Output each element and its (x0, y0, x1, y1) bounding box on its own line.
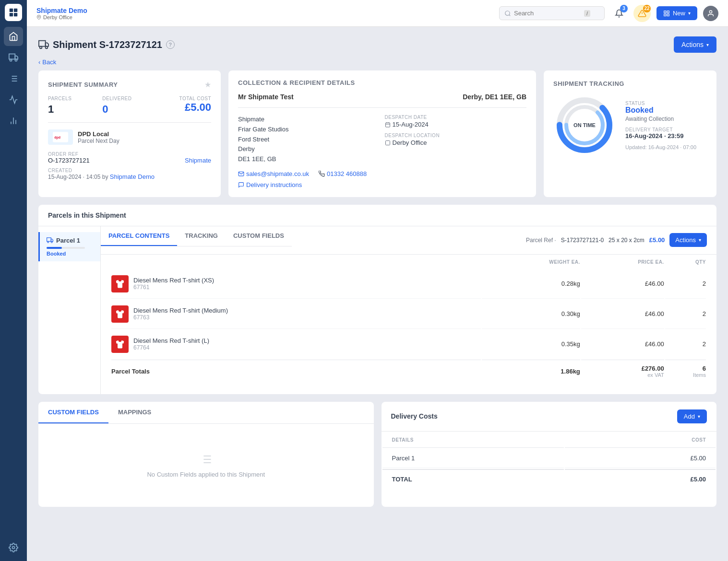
item-info: Diesel Mens Red T-shirt (Medium) 67763 (133, 307, 228, 321)
brand-office: Derby Office (36, 14, 87, 20)
search-box[interactable]: / (499, 6, 605, 20)
svg-rect-1 (14, 9, 17, 12)
order-ref-link[interactable]: Shipmate (185, 157, 211, 164)
cf-tab-custom-fields[interactable]: CUSTOM FIELDS (38, 402, 108, 423)
sidebar-bottom (4, 538, 23, 557)
svg-point-46 (51, 242, 52, 243)
cf-tab-mappings[interactable]: MAPPINGS (108, 402, 161, 423)
parcel-ref-label: Parcel Ref · (526, 237, 556, 244)
item-info: Diesel Mens Red T-shirt (XS) 67761 (133, 277, 214, 291)
search-input[interactable] (514, 10, 581, 17)
back-link[interactable]: ‹ Back (38, 58, 56, 66)
parcel-tabs: PARCEL CONTENTS TRACKING CUSTOM FIELDS (101, 226, 292, 246)
alerts-btn[interactable]: 22 (633, 5, 651, 22)
created-row: CREATED 15-Aug-2024 · 14:05 by Shipmate … (48, 168, 211, 180)
delivered-stat: DELIVERED 0 (102, 96, 156, 116)
tracking-body: ON TIME STATUS Booked Awaiting Collectio… (553, 94, 707, 156)
totals-price: £276.00 ex VAT (581, 360, 664, 384)
sidebar-item-orders[interactable] (4, 69, 23, 88)
parcel-ref-value: S-1723727121-0 (561, 237, 604, 244)
bottom-row: CUSTOM FIELDS MAPPINGS No Custom Fields … (38, 402, 716, 507)
svg-point-31 (46, 47, 48, 49)
sidebar-item-reports[interactable] (4, 90, 23, 109)
parcels-stat: PARCELS 1 (48, 96, 102, 116)
created-by-link[interactable]: Shipmate Demo (110, 173, 155, 180)
costs-total-value: £5.00 (565, 469, 716, 489)
svg-rect-23 (664, 11, 666, 12)
col-item (111, 256, 481, 269)
shipment-icon (38, 39, 49, 50)
item-cell: Diesel Mens Red T-shirt (Medium) 67763 (111, 305, 481, 323)
col-weight: WEIGHT EA. (482, 256, 580, 269)
svg-point-27 (709, 11, 712, 13)
email-link[interactable]: sales@shipmate.co.uk (238, 170, 309, 177)
brand-name: Shipmate Demo (36, 7, 87, 14)
svg-line-20 (509, 14, 511, 16)
calendar-icon (385, 122, 391, 128)
address-lines: Shipmate Friar Gate Studios Ford Street … (238, 115, 380, 164)
total-cost-stat: TOTAL COST £5.00 (157, 96, 211, 116)
parcel-dimensions: 25 x 20 x 2cm (609, 237, 644, 244)
donut-chart: ON TIME (553, 94, 616, 156)
sidebar-item-shipments[interactable] (4, 48, 23, 67)
parcel-actions-button[interactable]: Actions ▾ (669, 233, 707, 247)
sidebar-item-settings[interactable] (4, 538, 23, 557)
cf-empty-state: No Custom Fields applied to this Shipmen… (38, 424, 374, 507)
parcel-list-item[interactable]: Parcel 1 Booked (38, 232, 100, 261)
svg-rect-0 (10, 9, 13, 12)
parcels-section-header: Parcels in this Shipment (38, 205, 716, 226)
sidebar-item-analytics[interactable] (4, 111, 23, 130)
svg-point-6 (10, 59, 12, 61)
actions-button[interactable]: Actions ▾ (674, 36, 716, 53)
recipient-row: Mr Shipmate Test Derby, DE1 1EE, GB (238, 93, 526, 108)
svg-text:dpd: dpd (54, 136, 60, 140)
tracking-info: STATUS Booked Awaiting Collection DELIVE… (625, 101, 707, 150)
phone-icon (319, 171, 325, 177)
svg-rect-34 (385, 123, 390, 127)
cost-row: Parcel 1 £5.00 (382, 449, 716, 468)
new-icon (663, 10, 670, 17)
tab-tracking[interactable]: TRACKING (177, 226, 226, 246)
table-row: Diesel Mens Red T-shirt (L) 67764 0.35kg… (111, 330, 706, 359)
carrier-row: dpd DPD Local Parcel Next Day (48, 129, 211, 145)
tracking-header: Shipment Tracking (553, 80, 707, 87)
tshirt-icon (115, 339, 125, 349)
star-icon[interactable]: ★ (204, 80, 211, 89)
summary-title: Shipment Summary (48, 81, 118, 88)
page-header-area: Shipment S-1723727121 ? Actions ▾ ‹ Back (38, 36, 716, 70)
svg-marker-5 (15, 56, 18, 59)
tab-custom-fields[interactable]: CUSTOM FIELDS (226, 226, 292, 246)
phone-link[interactable]: 01332 460888 (319, 170, 367, 177)
svg-point-7 (15, 59, 17, 61)
collection-card: Collection & Recipient Details Mr Shipma… (228, 70, 536, 197)
custom-fields-tabs: CUSTOM FIELDS MAPPINGS (38, 402, 374, 424)
table-row: Diesel Mens Red T-shirt (XS) 67761 0.28k… (111, 269, 706, 299)
parcel-detail: PARCEL CONTENTS TRACKING CUSTOM FIELDS P… (101, 226, 716, 394)
tab-parcel-contents[interactable]: PARCEL CONTENTS (101, 226, 177, 246)
carrier-info: DPD Local Parcel Next Day (78, 130, 119, 144)
search-icon (504, 10, 511, 17)
svg-point-30 (40, 47, 42, 49)
collection-header: Collection & Recipient Details (238, 79, 526, 86)
item-image (111, 305, 129, 323)
delivery-instructions-link[interactable]: Delivery instructions (238, 181, 526, 188)
sidebar-item-home[interactable] (4, 27, 23, 46)
topnav: Shipmate Demo Derby Office / 3 (27, 0, 728, 27)
chat-icon (238, 182, 244, 188)
notifications-badge: 3 (620, 5, 628, 12)
avatar-button[interactable] (703, 6, 718, 21)
parcel-items-area: WEIGHT EA. PRICE EA. QTY Diese (101, 255, 716, 394)
delivery-costs-card: Delivery Costs Add ▾ DETAILS COST (382, 402, 717, 507)
donut-label: ON TIME (573, 122, 596, 128)
totals-label: Parcel Totals (111, 360, 481, 384)
new-button[interactable]: New ▾ (656, 6, 697, 20)
summary-header: Shipment Summary ★ (48, 80, 211, 89)
notifications-btn[interactable]: 3 (610, 5, 628, 22)
item-image (111, 336, 129, 353)
svg-rect-26 (664, 14, 666, 16)
totals-qty: 6 Items (665, 360, 706, 384)
add-cost-button[interactable]: Add ▾ (677, 409, 707, 423)
sidebar-logo[interactable] (5, 4, 22, 21)
delivery-costs-title: Delivery Costs (391, 412, 438, 420)
help-icon[interactable]: ? (166, 40, 175, 49)
